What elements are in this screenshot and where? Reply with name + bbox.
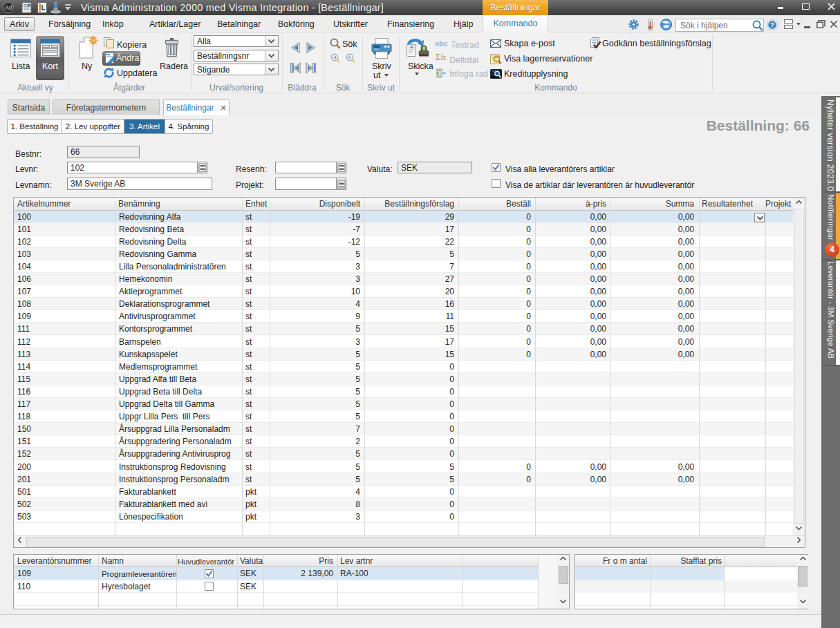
svg-text:?: ? (770, 21, 774, 28)
svg-text:Ad: Ad (4, 4, 12, 11)
